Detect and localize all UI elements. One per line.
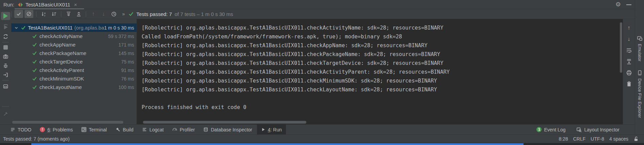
tool-button-event-log[interactable]: 1 Event Log (535, 125, 567, 134)
tests-passed-check-icon (128, 11, 134, 17)
layout-options-button[interactable] (1, 82, 10, 90)
open-test-results-button[interactable] (1, 71, 10, 79)
scroll-down-button[interactable]: ↓ (625, 36, 633, 42)
status-message: Tests passed: 7 (moments ago) (3, 136, 69, 142)
rerun-failed-tests-button[interactable] (1, 23, 10, 31)
console-horizontal-scrollbar[interactable] (143, 121, 306, 124)
test-toolbar: a z (11, 9, 635, 19)
tree-horizontal-scrollbar[interactable] (12, 121, 123, 124)
gear-icon[interactable]: ⚙ (615, 0, 621, 9)
status-widgets: 8:28 CRLF UTF-8 4 spaces (559, 136, 639, 142)
test-summary: Tests passed: 7 of 7 tests – 1 m 0 s 30 … (128, 11, 233, 17)
device-file-explorer-label: Device File Explorer (637, 78, 642, 118)
rerun-play-icon (3, 13, 8, 19)
run-tab-testa1basicuix011[interactable]: TestA1BasicUIX011 × (15, 0, 80, 9)
next-failed-test-button[interactable]: ↓ (99, 10, 108, 18)
tool-button-build[interactable]: Build (114, 125, 135, 134)
test-time: 91 ms (121, 68, 134, 73)
tests-passed-count: Tests passed: 7 (136, 11, 172, 17)
collapse-all-button[interactable] (74, 10, 83, 18)
toolbar-separator (86, 11, 86, 17)
logcat-icon (142, 127, 147, 132)
console-line: [Robolectric] org.aplas.basicappx.TestA1… (142, 23, 450, 32)
tree-item-root[interactable]: TestA1BasicUIX011 (org.aplas.basi 1 m 0 … (11, 23, 136, 32)
close-icon[interactable]: × (74, 2, 77, 7)
window-layout-icon (3, 84, 9, 89)
dump-threads-button[interactable] (1, 52, 10, 60)
indent-widget[interactable]: 4 spaces (609, 136, 628, 142)
tool-button-emulator[interactable]: Emulator (635, 35, 644, 61)
expand-all-icon (66, 11, 71, 17)
clock-history-icon (111, 11, 117, 17)
tree-item-checkPackageName[interactable]: checkPackageName 145 ms (11, 49, 136, 57)
show-ignored-button[interactable] (25, 10, 33, 18)
console-line: [Robolectric] org.aplas.basicappx.TestA1… (142, 59, 450, 68)
tool-button-device-file-explorer[interactable]: Device File Explorer (635, 70, 644, 118)
rerun-failed-icon (3, 24, 9, 30)
sort-duration-icon (51, 11, 57, 17)
test-passed-icon (32, 85, 37, 90)
unlock-icon[interactable] (633, 136, 639, 142)
encoding-widget[interactable]: UTF-8 (591, 136, 604, 142)
sort-by-duration-button[interactable] (49, 10, 58, 18)
tool-button-profiler[interactable]: Profiler (171, 125, 196, 134)
run-tool-window: Run: TestA1BasicUIX011 × ⚙ (0, 0, 644, 145)
chevron-down-icon[interactable] (14, 25, 19, 30)
tree-item-checkLayoutName[interactable]: checkLayoutName 100 ms (11, 83, 136, 91)
profiler-gauge-icon (172, 127, 177, 132)
tree-item-checkActivityName[interactable]: checkActivityName 59 s 372 ms (11, 32, 136, 40)
todo-label: TODO (18, 127, 31, 132)
test-passed-icon (21, 25, 26, 30)
scroll-to-end-icon (626, 58, 632, 65)
console-vertical-scrollbar[interactable] (620, 22, 622, 73)
console-line: [Robolectric] org.aplas.basicappx.TestA1… (142, 50, 450, 59)
toggle-auto-test-button[interactable] (1, 32, 10, 40)
tool-button-logcat[interactable]: Logcat (141, 125, 165, 134)
console-output[interactable]: [Robolectric] org.aplas.basicappx.TestA1… (136, 19, 623, 124)
tool-button-problems[interactable]: ! 6: Problems (38, 125, 74, 134)
scroll-to-end-button[interactable] (625, 58, 633, 65)
tool-button-layout-inspector[interactable]: Layout Inspector (575, 125, 621, 134)
rerun-tests-button[interactable] (1, 12, 10, 20)
tool-window-bar: TODO ! 6: Problems >_ Terminal Build (0, 124, 635, 134)
terminal-label: Terminal (89, 127, 107, 132)
tree-item-checkAppName[interactable]: checkAppName 171 ms (11, 40, 136, 49)
line-ending-widget[interactable]: CRLF (573, 136, 586, 142)
test-passed-icon (32, 34, 37, 39)
tool-button-terminal[interactable]: >_ Terminal (80, 125, 108, 134)
tree-item-checkMinimumSDK[interactable]: checkMinimumSDK 76 ms (11, 74, 136, 83)
expand-all-button[interactable] (64, 10, 73, 18)
test-passed-icon (32, 51, 37, 56)
sort-alphabetically-button[interactable]: a z (39, 10, 48, 18)
pin-tab-button[interactable] (1, 110, 10, 118)
tool-button-database-inspector[interactable]: Database Inspector (202, 125, 253, 134)
window-bottom-edge (0, 143, 644, 145)
terminal-icon: >_ (81, 127, 86, 132)
layout-inspector-label: Layout Inspector (584, 127, 619, 132)
caret-position-widget[interactable]: 8:28 (559, 136, 568, 142)
print-button[interactable] (625, 69, 633, 76)
previous-failed-test-button[interactable]: ↑ (89, 10, 98, 18)
test-passed-icon (32, 42, 37, 47)
toolbar-overflow-icon[interactable]: » (122, 11, 124, 17)
soft-wrap-button[interactable] (625, 47, 633, 54)
camera-icon (3, 54, 9, 59)
tool-button-run[interactable]: 4: Run (257, 125, 286, 134)
tree-item-checkActivityParent[interactable]: checkActivityParent 91 ms (11, 66, 136, 74)
clear-console-button[interactable] (625, 80, 633, 87)
minimize-icon[interactable] (626, 4, 631, 5)
test-history-button[interactable] (109, 10, 118, 18)
restart-debug-button[interactable] (1, 61, 10, 70)
run-titlebar: Run: TestA1BasicUIX011 × ⚙ (0, 0, 635, 9)
test-passed-icon (32, 76, 37, 81)
toolbar-separator (61, 11, 61, 17)
hammer-icon (115, 127, 120, 132)
svg-text:z: z (44, 14, 45, 17)
tool-button-todo[interactable]: TODO (9, 125, 33, 134)
import-arrow-icon (3, 72, 9, 78)
show-passed-button[interactable] (14, 10, 23, 18)
test-name: checkActivityName (39, 33, 83, 39)
stop-button[interactable] (1, 43, 10, 51)
tree-item-checkTargetDevice[interactable]: checkTargetDevice 75 ms (11, 57, 136, 66)
scroll-up-button[interactable]: ↑ (625, 24, 633, 31)
